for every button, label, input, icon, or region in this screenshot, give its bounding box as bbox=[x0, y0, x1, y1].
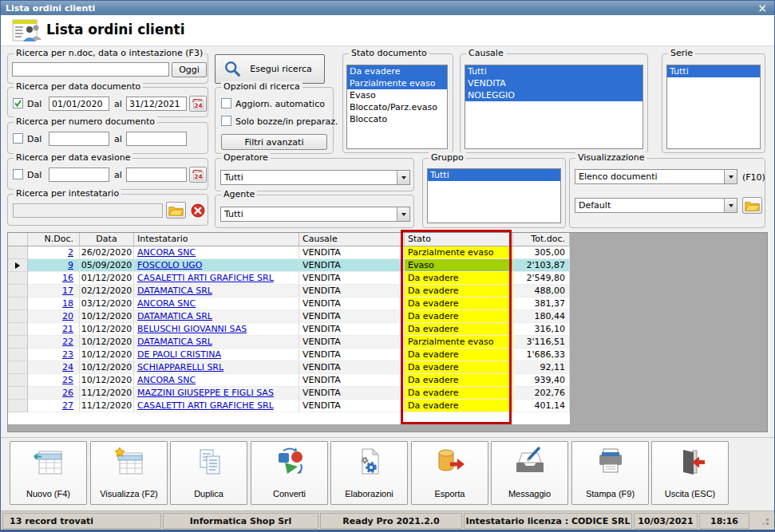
customer-link[interactable]: DATAMATICA SRL bbox=[137, 286, 212, 296]
date-doc-to-input[interactable] bbox=[126, 97, 187, 111]
visualizza-button[interactable]: Visualizza (F2) bbox=[90, 441, 168, 505]
chevron-down-icon[interactable] bbox=[397, 171, 409, 184]
date-evasione-to-input[interactable] bbox=[126, 167, 187, 182]
customer-link[interactable]: CASALETTI ARTI GRAFICHE SRL bbox=[137, 400, 274, 411]
column-header-intestatario[interactable]: Intestatario bbox=[134, 233, 299, 246]
column-header-ndoc[interactable]: N.Doc. bbox=[28, 233, 80, 246]
doc-number-link[interactable]: 22 bbox=[62, 337, 73, 347]
esegui-ricerca-button[interactable]: Esegui ricerca bbox=[215, 54, 325, 84]
row-selector-cell[interactable] bbox=[8, 285, 28, 298]
customer-link[interactable]: FOSCOLO UGO bbox=[137, 260, 202, 270]
doc-number-link[interactable]: 18 bbox=[62, 298, 73, 309]
calendar-icon[interactable]: 24 bbox=[189, 167, 207, 183]
search-doc-input[interactable] bbox=[12, 62, 169, 77]
table-row[interactable]: 2010/12/2020DATAMATICA SRLVENDITADa evad… bbox=[8, 310, 570, 323]
list-option[interactable]: Tutti bbox=[428, 169, 560, 181]
elaborazioni-button[interactable]: Elaborazioni bbox=[330, 441, 408, 505]
intestatario-input[interactable] bbox=[13, 203, 163, 218]
today-button[interactable]: Oggi bbox=[172, 62, 207, 77]
close-icon[interactable]: × bbox=[755, 2, 769, 14]
customer-link[interactable]: MAZZINI GIUSEPPE E FIGLI SAS bbox=[137, 388, 274, 398]
resize-grip-icon[interactable] bbox=[766, 522, 769, 525]
customer-link[interactable]: ANCORA SNC bbox=[137, 298, 196, 309]
doc-number-link[interactable]: 9 bbox=[68, 260, 73, 270]
list-option[interactable]: Bloccato bbox=[347, 113, 447, 125]
serie-listbox[interactable]: Tutti bbox=[666, 65, 761, 149]
row-selector-cell[interactable] bbox=[8, 336, 28, 349]
customer-link[interactable]: DE PAOLI CRISTINA bbox=[137, 349, 221, 360]
layout-select[interactable]: Default bbox=[575, 198, 737, 213]
doc-number-link[interactable]: 16 bbox=[62, 273, 73, 283]
messaggio-button[interactable]: Messaggio bbox=[491, 441, 568, 505]
list-option[interactable]: Tutti bbox=[667, 65, 760, 77]
table-row[interactable]: 2310/12/2020DE PAOLI CRISTINAVENDITADa e… bbox=[8, 349, 570, 361]
num-doc-to-input[interactable] bbox=[126, 132, 187, 146]
aggiorn-automatico-checkbox[interactable] bbox=[221, 98, 231, 108]
gruppo-listbox[interactable]: Tutti bbox=[427, 168, 561, 223]
list-option[interactable]: Da evadere bbox=[347, 65, 447, 77]
list-option[interactable]: Parzialmente evaso bbox=[347, 77, 447, 89]
uscita-button[interactable]: Uscita (ESC) bbox=[651, 441, 729, 505]
table-row[interactable]: 1702/12/2020DATAMATICA SRLVENDITADa evad… bbox=[8, 285, 570, 298]
table-row[interactable]: 2510/12/2020ANCORA SNCVENDITADa evadere9… bbox=[8, 374, 570, 387]
column-header-stato[interactable]: Stato bbox=[405, 233, 513, 246]
column-header-data[interactable]: Data bbox=[80, 233, 134, 246]
customer-link[interactable]: DATAMATICA SRL bbox=[137, 311, 212, 321]
table-row[interactable]: 2711/12/2020CASALETTI ARTI GRAFICHE SRLV… bbox=[8, 400, 570, 412]
table-row[interactable]: 1803/12/2020ANCORA SNCVENDITADa evadere3… bbox=[8, 298, 570, 310]
duplica-button[interactable]: Duplica bbox=[170, 441, 247, 505]
table-row[interactable]: 2611/12/2020MAZZINI GIUSEPPE E FIGLI SAS… bbox=[8, 387, 570, 400]
esporta-button[interactable]: Esporta bbox=[411, 441, 488, 505]
calendar-icon[interactable]: 24 bbox=[189, 96, 207, 112]
row-selector-cell[interactable] bbox=[8, 323, 28, 336]
doc-number-link[interactable]: 23 bbox=[62, 349, 73, 360]
row-selector-cell[interactable] bbox=[8, 374, 28, 387]
date-evasione-from-input[interactable] bbox=[49, 167, 109, 182]
table-row[interactable]: 905/09/2020FOSCOLO UGOVENDITAEvaso2'103,… bbox=[8, 259, 570, 272]
doc-number-link[interactable]: 24 bbox=[62, 362, 73, 372]
doc-number-link[interactable]: 21 bbox=[62, 324, 73, 334]
num-doc-checkbox[interactable] bbox=[13, 133, 23, 144]
row-selector-cell[interactable] bbox=[8, 272, 28, 285]
date-doc-from-input[interactable] bbox=[49, 97, 109, 111]
list-option[interactable]: Bloccato/Parz.evaso bbox=[347, 101, 447, 113]
row-selector-cell[interactable] bbox=[8, 349, 28, 361]
row-selector-cell[interactable] bbox=[8, 310, 28, 323]
chevron-down-icon[interactable] bbox=[397, 207, 409, 221]
table-row[interactable]: 2110/12/2020BELUSCHI GIOVANNI SASVENDITA… bbox=[8, 323, 570, 336]
doc-number-link[interactable]: 2 bbox=[68, 247, 73, 258]
customer-link[interactable]: SCHIAPPARELLI SRL bbox=[137, 362, 223, 372]
customer-link[interactable]: CASALETTI ARTI GRAFICHE SRL bbox=[137, 273, 274, 283]
table-row[interactable]: 1601/12/2020CASALETTI ARTI GRAFICHE SRLV… bbox=[8, 272, 570, 285]
list-option[interactable]: VENDITA bbox=[465, 77, 643, 89]
list-option[interactable]: NOLEGGIO bbox=[465, 89, 643, 101]
folder-icon[interactable] bbox=[166, 202, 186, 219]
column-header-totdoc[interactable]: Tot.doc. bbox=[513, 233, 570, 246]
customer-link[interactable]: BELUSCHI GIOVANNI SAS bbox=[137, 324, 247, 334]
doc-number-link[interactable]: 20 bbox=[62, 311, 73, 321]
nuovo-button[interactable]: Nuovo (F4) bbox=[10, 441, 87, 505]
table-row[interactable]: 2410/12/2020SCHIAPPARELLI SRLVENDITADa e… bbox=[8, 361, 570, 374]
date-doc-checkbox[interactable] bbox=[13, 98, 23, 108]
list-option[interactable]: Evaso bbox=[347, 89, 447, 101]
doc-number-link[interactable]: 27 bbox=[62, 400, 73, 411]
causale-listbox[interactable]: TuttiVENDITANOLEGGIO bbox=[465, 65, 643, 149]
folder-icon[interactable] bbox=[742, 197, 762, 214]
doc-number-link[interactable]: 26 bbox=[62, 388, 73, 398]
doc-number-link[interactable]: 17 bbox=[62, 286, 73, 296]
list-option[interactable]: Tutti bbox=[465, 65, 643, 77]
row-selector-cell[interactable] bbox=[8, 361, 28, 374]
row-selector-cell[interactable] bbox=[8, 298, 28, 310]
converti-button[interactable]: Converti bbox=[251, 441, 328, 505]
chevron-down-icon[interactable] bbox=[724, 170, 737, 183]
filtri-avanzati-button[interactable]: Filtri avanzati bbox=[221, 134, 327, 150]
visualizzazione-select[interactable]: Elenco documenti bbox=[575, 169, 737, 184]
solo-bozze-checkbox[interactable] bbox=[221, 116, 231, 126]
table-row[interactable]: 2210/12/2020DATAMATICA SRLVENDITAParzial… bbox=[8, 336, 570, 349]
stampa-button[interactable]: Stampa (F9) bbox=[571, 441, 649, 505]
row-selector-cell[interactable] bbox=[8, 259, 28, 272]
clear-icon[interactable] bbox=[188, 202, 207, 219]
row-selector-cell[interactable] bbox=[8, 246, 28, 259]
row-selector-cell[interactable] bbox=[8, 387, 28, 400]
agente-select[interactable]: Tutti bbox=[220, 207, 410, 222]
